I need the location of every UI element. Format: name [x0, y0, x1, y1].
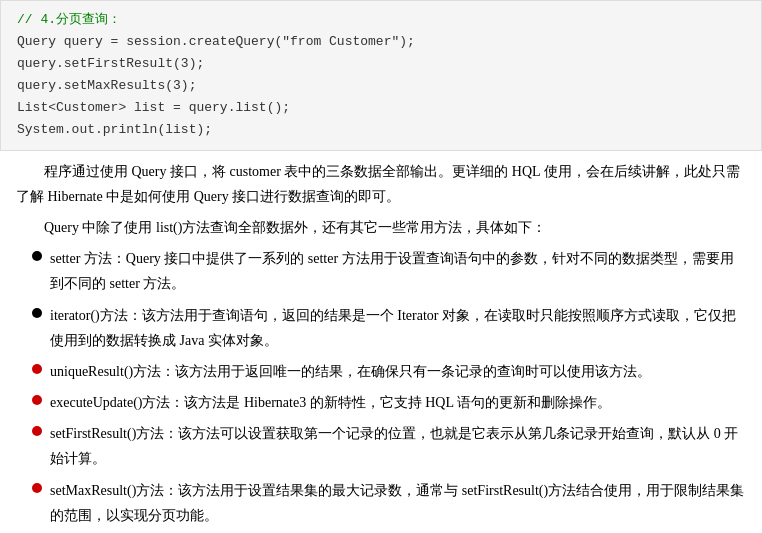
bullet-list: setter 方法：Query 接口中提供了一系列的 setter 方法用于设置… [32, 246, 746, 528]
list-item: executeUpdate()方法：该方法是 Hibernate3 的新特性，它… [32, 390, 746, 415]
bullet-dot-icon [32, 251, 42, 261]
bullet-text: iterator()方法：该方法用于查询语句，返回的结果是一个 Iterator… [50, 303, 746, 353]
code-line-1: Query query = session.createQuery("from … [17, 31, 745, 53]
bullet-dot-icon [32, 426, 42, 436]
list-item: setMaxResult()方法：该方法用于设置结果集的最大记录数，通常与 se… [32, 478, 746, 528]
code-line-4: List<Customer> list = query.list(); [17, 97, 745, 119]
code-line-2: query.setFirstResult(3); [17, 53, 745, 75]
bullet-dot-icon [32, 483, 42, 493]
code-comment: // 4.分页查询： [17, 9, 745, 31]
page-container: // 4.分页查询： Query query = session.createQ… [0, 0, 762, 533]
prose-para-1: 程序通过使用 Query 接口，将 customer 表中的三条数据全部输出。更… [16, 159, 746, 209]
list-item: uniqueResult()方法：该方法用于返回唯一的结果，在确保只有一条记录的… [32, 359, 746, 384]
list-item: setFirstResult()方法：该方法可以设置获取第一个记录的位置，也就是… [32, 421, 746, 471]
bullet-text: setter 方法：Query 接口中提供了一系列的 setter 方法用于设置… [50, 246, 746, 296]
code-line-3: query.setMaxResults(3); [17, 75, 745, 97]
bullet-text: executeUpdate()方法：该方法是 Hibernate3 的新特性，它… [50, 390, 746, 415]
bullet-dot-icon [32, 395, 42, 405]
prose-section: 程序通过使用 Query 接口，将 customer 表中的三条数据全部输出。更… [0, 151, 762, 533]
code-block: // 4.分页查询： Query query = session.createQ… [0, 0, 762, 151]
code-line-5: System.out.println(list); [17, 119, 745, 141]
bullet-dot-icon [32, 308, 42, 318]
bullet-text: uniqueResult()方法：该方法用于返回唯一的结果，在确保只有一条记录的… [50, 359, 746, 384]
bullet-dot-icon [32, 364, 42, 374]
bullet-text: setFirstResult()方法：该方法可以设置获取第一个记录的位置，也就是… [50, 421, 746, 471]
bullet-text: setMaxResult()方法：该方法用于设置结果集的最大记录数，通常与 se… [50, 478, 746, 528]
list-item: setter 方法：Query 接口中提供了一系列的 setter 方法用于设置… [32, 246, 746, 296]
list-item: iterator()方法：该方法用于查询语句，返回的结果是一个 Iterator… [32, 303, 746, 353]
prose-para-2: Query 中除了使用 list()方法查询全部数据外，还有其它一些常用方法，具… [16, 215, 746, 240]
